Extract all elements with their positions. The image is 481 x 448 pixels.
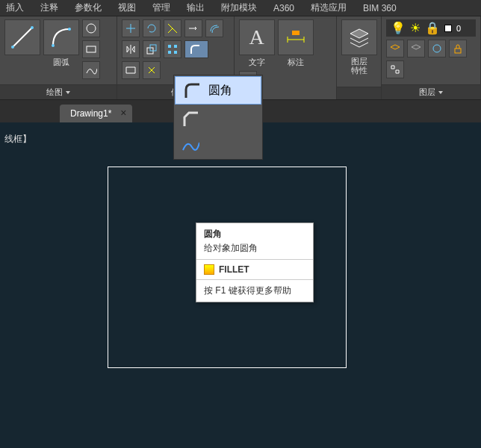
close-icon[interactable]: × bbox=[120, 107, 126, 119]
rect-icon bbox=[85, 43, 97, 55]
chevron-down-icon bbox=[66, 91, 70, 94]
match-icon bbox=[389, 63, 401, 75]
flyout-fillet-label: 圆角 bbox=[208, 83, 232, 99]
color-swatch bbox=[444, 25, 452, 32]
tooltip-help: 按 F1 键获得更多帮助 bbox=[196, 280, 313, 302]
tab-drawing1[interactable]: Drawing1* × bbox=[60, 105, 132, 122]
svg-rect-8 bbox=[168, 45, 171, 48]
chevron-down-icon bbox=[438, 91, 443, 94]
offset-icon bbox=[208, 22, 220, 34]
svg-point-2 bbox=[52, 44, 55, 47]
dimension-icon bbox=[283, 25, 308, 50]
layer-off-icon bbox=[410, 43, 422, 55]
fillet-icon bbox=[181, 80, 202, 101]
extend-icon bbox=[187, 22, 199, 34]
layer-match-button[interactable] bbox=[386, 60, 404, 78]
layer-selector[interactable]: 💡 ☀ 🔒 0 bbox=[386, 19, 476, 37]
drawing-canvas[interactable]: 线框】 圆角 给对象加圆角 FILLET 按 F1 键获得更多帮助 bbox=[0, 122, 481, 448]
flyout-blend[interactable] bbox=[174, 132, 262, 159]
flyout-fillet[interactable]: 圆角 bbox=[175, 76, 261, 105]
scale-icon bbox=[146, 43, 158, 55]
menu-featured[interactable]: 精选应用 bbox=[311, 1, 347, 14]
mirror-icon bbox=[125, 43, 137, 55]
svg-rect-11 bbox=[174, 51, 177, 54]
text-button[interactable]: A bbox=[239, 19, 275, 55]
circle-icon bbox=[85, 22, 97, 34]
svg-point-0 bbox=[11, 46, 14, 49]
visual-style-label: 线框】 bbox=[4, 133, 31, 146]
svg-rect-5 bbox=[87, 46, 96, 52]
layer-off-button[interactable] bbox=[407, 40, 425, 57]
layer-iso-button[interactable] bbox=[386, 40, 404, 57]
rotate-icon bbox=[146, 22, 158, 34]
arc-label: 圆弧 bbox=[53, 57, 69, 68]
menu-insert[interactable]: 插入 bbox=[6, 1, 24, 14]
svg-rect-10 bbox=[168, 51, 171, 54]
lock-icon: 🔒 bbox=[425, 21, 440, 35]
svg-point-1 bbox=[31, 26, 34, 29]
fillet-flyout: 圆角 bbox=[173, 75, 263, 160]
array-button[interactable] bbox=[164, 40, 181, 58]
menu-manage[interactable]: 管理 bbox=[152, 1, 170, 14]
explode-icon bbox=[146, 64, 158, 76]
menu-annotate[interactable]: 注释 bbox=[40, 1, 58, 14]
menu-view[interactable]: 视图 bbox=[118, 1, 136, 14]
flyout-chamfer[interactable] bbox=[174, 105, 262, 132]
menu-bim360[interactable]: BIM 360 bbox=[363, 3, 397, 13]
dimension-label: 标注 bbox=[288, 57, 304, 68]
tooltip-command: FILLET bbox=[196, 260, 313, 279]
mirror-button[interactable] bbox=[122, 40, 140, 58]
rotate-button[interactable] bbox=[143, 19, 161, 37]
stretch-button[interactable] bbox=[122, 61, 140, 79]
spline-button[interactable] bbox=[82, 61, 100, 79]
panel-layers: 图层 特性 bbox=[337, 16, 382, 99]
fillet-dropdown[interactable] bbox=[184, 40, 208, 58]
panel-layer-tools-title[interactable]: 图层 bbox=[382, 84, 480, 99]
menu-bar: 插入 注释 参数化 视图 管理 输出 附加模块 A360 精选应用 BIM 36… bbox=[0, 0, 481, 16]
circle-button[interactable] bbox=[82, 19, 100, 37]
trim-button[interactable] bbox=[164, 19, 181, 37]
extend-button[interactable] bbox=[184, 19, 202, 37]
tooltip-desc: 给对象加圆角 bbox=[196, 242, 313, 259]
svg-point-4 bbox=[87, 24, 96, 33]
layer-freeze-icon bbox=[431, 43, 443, 55]
move-icon bbox=[125, 22, 137, 34]
chamfer-icon bbox=[180, 108, 201, 129]
tab-label: Drawing1* bbox=[70, 108, 111, 119]
layer-lock-button[interactable] bbox=[449, 40, 467, 57]
text-label: 文字 bbox=[249, 57, 265, 68]
explode-button[interactable] bbox=[143, 61, 161, 79]
layer-name: 0 bbox=[456, 24, 461, 33]
line-button[interactable] bbox=[4, 19, 40, 55]
fillet-tooltip: 圆角 给对象加圆角 FILLET 按 F1 键获得更多帮助 bbox=[196, 223, 314, 302]
layers-icon bbox=[347, 25, 372, 50]
panel-draw-title[interactable]: 绘图 bbox=[0, 84, 117, 99]
rect-button[interactable] bbox=[82, 40, 100, 58]
tooltip-title: 圆角 bbox=[196, 223, 313, 242]
lock-icon bbox=[452, 43, 464, 55]
menu-parametric[interactable]: 参数化 bbox=[75, 1, 102, 14]
svg-rect-9 bbox=[174, 45, 177, 48]
menu-output[interactable]: 输出 bbox=[187, 1, 205, 14]
offset-button[interactable] bbox=[205, 19, 223, 37]
arc-button[interactable] bbox=[43, 19, 79, 55]
menu-addins[interactable]: 附加模块 bbox=[221, 1, 257, 14]
menu-a360[interactable]: A360 bbox=[273, 3, 294, 13]
command-icon bbox=[204, 264, 214, 275]
spline-icon bbox=[85, 64, 97, 76]
sun-icon: ☀ bbox=[410, 21, 421, 35]
svg-point-3 bbox=[68, 28, 71, 31]
layer-iso-icon bbox=[389, 43, 401, 55]
panel-layer-tools: 💡 ☀ 🔒 0 图层 bbox=[382, 16, 481, 99]
svg-rect-16 bbox=[455, 49, 461, 53]
arc-icon bbox=[49, 25, 74, 50]
array-icon bbox=[167, 43, 179, 55]
scale-button[interactable] bbox=[143, 40, 161, 58]
dimension-button[interactable] bbox=[278, 19, 314, 55]
svg-point-15 bbox=[433, 45, 441, 52]
panel-layers-title bbox=[337, 87, 381, 99]
layer-freeze-button[interactable] bbox=[428, 40, 446, 57]
move-button[interactable] bbox=[122, 19, 140, 37]
trim-icon bbox=[167, 22, 179, 34]
layer-props-button[interactable] bbox=[341, 19, 377, 55]
